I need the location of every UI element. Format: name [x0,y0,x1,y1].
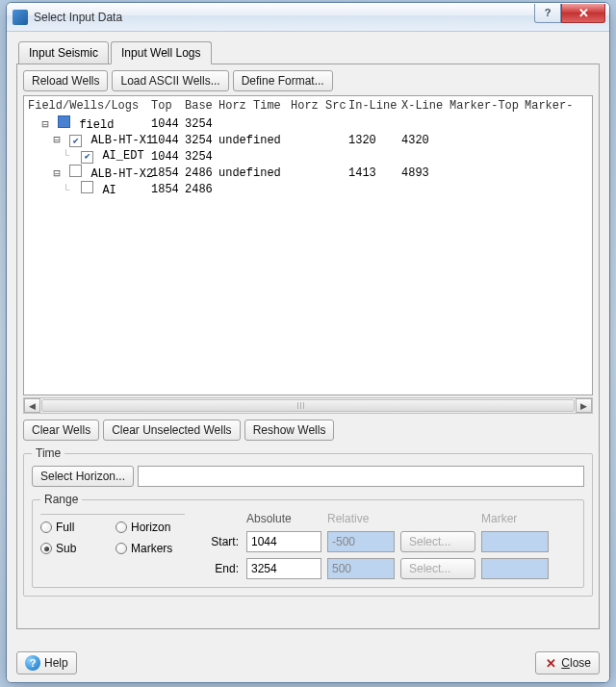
radio-markers[interactable]: Markers [116,542,185,555]
client-area: Input Seismic Input Well Logs Reload Wel… [7,32,609,682]
tree-row-field[interactable]: ⊟ field 1044 3254 [28,115,588,132]
radio-full[interactable]: Full [40,521,110,534]
end-relative-input [327,558,395,579]
end-marker-value [481,558,549,579]
horizontal-scrollbar[interactable]: ◀ ▶ [23,397,593,414]
clear-unselected-wells-button[interactable]: Clear Unselected Wells [103,420,241,441]
checkbox[interactable] [69,135,82,147]
end-marker-select-button[interactable]: Select... [400,558,475,579]
scroll-right-icon[interactable]: ▶ [576,398,592,413]
checkbox[interactable] [58,115,70,128]
titlebar[interactable]: Select Input Data ? ✕ [7,3,609,32]
tab-panel: Reload Wells Load ASCII Wells... Define … [16,64,600,629]
range-legend: Range [40,493,82,506]
end-label: End: [194,562,241,575]
time-group: Time Select Horizon... Range Full Horizo… [23,446,593,597]
close-icon: ✕ [544,656,557,670]
load-ascii-wells-button[interactable]: Load ASCII Wells... [112,70,228,91]
reload-wells-button[interactable]: Reload Wells [23,70,108,91]
help-icon: ? [25,655,40,671]
radio-horizon[interactable]: Horizon [116,521,185,534]
start-marker-select-button[interactable]: Select... [400,531,475,552]
titlebar-help-button[interactable]: ? [534,4,561,23]
radio-sub[interactable]: Sub [40,542,110,555]
end-absolute-input[interactable] [246,558,321,579]
close-button[interactable]: ✕ Close [535,651,600,674]
horizon-input[interactable] [138,466,584,487]
checkbox[interactable] [81,181,93,193]
expander-icon[interactable]: ⊟ [39,117,51,132]
time-legend: Time [32,446,64,460]
tree-body: ⊟ field 1044 3254 ⊟ ALB-HT-X1 [24,115,592,197]
tab-input-seismic[interactable]: Input Seismic [18,41,109,64]
reshow-wells-button[interactable]: Reshow Wells [244,420,335,441]
range-group: Range Full Horizon Sub Markers [32,493,584,588]
app-icon [13,10,28,25]
define-format-button[interactable]: Define Format... [233,70,333,91]
clear-wells-button[interactable]: Clear Wells [23,420,99,441]
expander-icon[interactable]: ⊟ [51,166,63,181]
start-label: Start: [194,535,241,548]
start-relative-input [327,531,395,552]
start-marker-value [481,531,549,552]
checkbox[interactable] [81,151,93,164]
tree-row-well[interactable]: ⊟ ALB-HT-X2 1854 2486 undefined 1413 489… [28,165,588,181]
help-button[interactable]: ? Help [16,651,77,674]
col-marker: Marker [481,512,549,525]
checkbox[interactable] [69,165,82,177]
titlebar-close-button[interactable]: ✕ [561,4,605,23]
start-absolute-input[interactable] [246,531,321,552]
tree-row-log[interactable]: └ AI 1854 2486 [28,181,588,197]
tab-input-well-logs[interactable]: Input Well Logs [111,41,212,64]
col-relative: Relative [327,512,395,525]
window-title: Select Input Data [34,11,534,24]
scroll-left-icon[interactable]: ◀ [24,398,40,413]
tab-strip: Input Seismic Input Well Logs [18,41,600,64]
select-horizon-button[interactable]: Select Horizon... [32,466,134,487]
wells-tree[interactable]: Field/Wells/Logs Top Base Horz Time Horz… [23,95,593,395]
tree-row-log[interactable]: └ AI_EDT 1044 3254 [28,148,588,165]
col-absolute: Absolute [246,512,321,525]
tree-header: Field/Wells/Logs Top Base Horz Time Horz… [24,96,592,115]
scroll-thumb[interactable] [41,399,575,412]
tree-row-well[interactable]: ⊟ ALB-HT-X1 1044 3254 undefined 1320 432… [28,132,588,148]
dialog-window: Select Input Data ? ✕ Input Seismic Inpu… [6,2,610,683]
expander-icon[interactable]: ⊟ [51,133,63,147]
